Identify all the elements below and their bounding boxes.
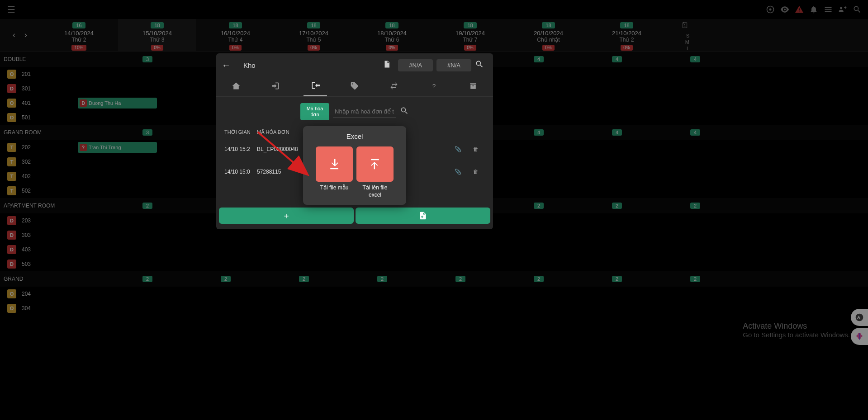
cell-time: 14/10 15:2: [224, 146, 257, 152]
panel-search-icon[interactable]: [475, 60, 484, 71]
tab-login-icon[interactable]: [264, 78, 287, 96]
svg-text:?: ?: [432, 83, 435, 90]
cell-time: 14/10 15:0: [224, 169, 257, 175]
tab-logout-icon[interactable]: [304, 77, 327, 96]
add-button[interactable]: ＋: [219, 208, 354, 224]
excel-popup: Excel Tải file mẫu Tải lên file excel: [303, 126, 406, 205]
attachment-icon[interactable]: 📎: [449, 146, 467, 152]
tab-help-icon[interactable]: ?: [422, 78, 446, 96]
download-template: Tải file mẫu: [316, 146, 353, 198]
delete-icon[interactable]: 🗑: [467, 146, 485, 152]
pill-na-1[interactable]: #N/A: [398, 59, 433, 71]
new-file-button[interactable]: [356, 208, 490, 224]
panel-actions: ＋: [216, 208, 493, 224]
upload-excel-button[interactable]: [356, 146, 394, 182]
document-icon[interactable]: [383, 60, 391, 70]
invoice-search-input[interactable]: [333, 105, 396, 118]
upload-excel: Tải lên file excel: [356, 146, 394, 198]
excel-title: Excel: [309, 132, 400, 140]
panel-title: Kho: [243, 61, 256, 69]
download-template-button[interactable]: [316, 146, 353, 182]
tab-archive-icon[interactable]: [461, 78, 485, 96]
delete-icon[interactable]: 🗑: [467, 169, 485, 175]
upload-label: Tải lên file excel: [356, 184, 394, 198]
pill-na-2[interactable]: #N/A: [436, 59, 471, 71]
search-icon[interactable]: [400, 106, 409, 117]
col-time: THỜI GIAN: [224, 129, 257, 135]
attachment-icon[interactable]: 📎: [449, 169, 467, 175]
panel-tabs: ?: [216, 77, 493, 97]
back-arrow-icon[interactable]: ←: [222, 60, 231, 71]
invoice-code-chip[interactable]: Mã hóa đơn: [300, 103, 329, 120]
tab-tag-icon[interactable]: [343, 78, 366, 96]
tab-home-icon[interactable]: [224, 78, 248, 96]
search-bar: Mã hóa đơn: [216, 97, 493, 127]
panel-header: ← Kho #N/A #N/A: [216, 53, 493, 77]
tab-swap-icon[interactable]: [382, 78, 406, 96]
download-label: Tải file mẫu: [320, 184, 349, 192]
